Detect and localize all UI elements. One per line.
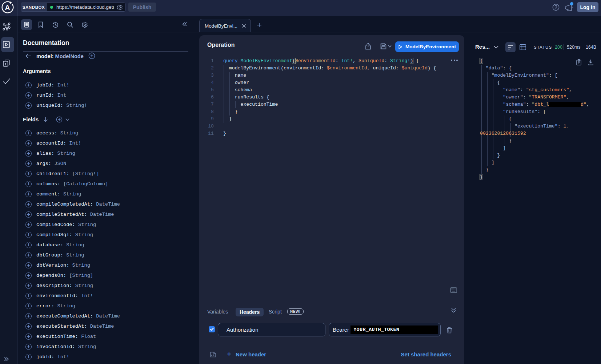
svg-text:A: A [5,4,10,12]
